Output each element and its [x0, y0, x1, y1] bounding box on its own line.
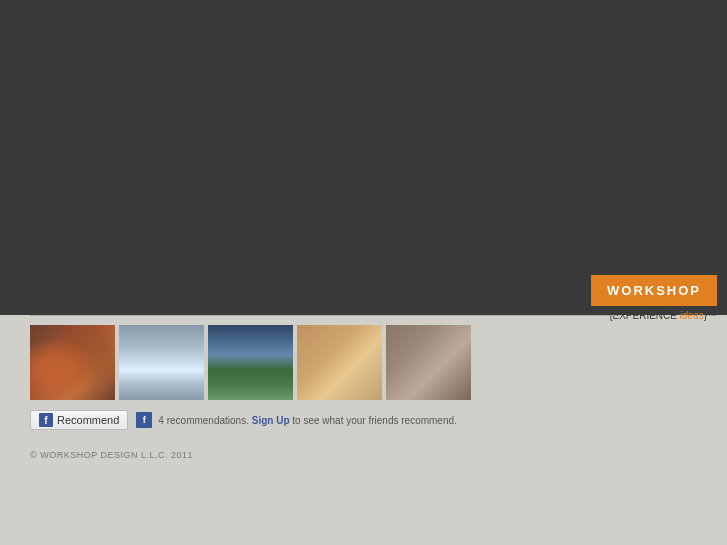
nav-feature[interactable]: FEATURE — [102, 285, 157, 297]
thumb-1-image — [30, 325, 115, 400]
tagline-brace-open: {EXPERIENCE — [609, 310, 680, 321]
thumb-3-image — [208, 325, 293, 400]
fb-count-text: 4 recommendations. Sign Up to see what y… — [158, 415, 456, 426]
fb-suffix: to see what your friends recommend. — [292, 415, 457, 426]
thumbnail-2[interactable] — [119, 325, 204, 400]
recommend-label: Recommend — [57, 414, 119, 426]
nav-divider — [30, 315, 617, 316]
fb-count-icon: f — [136, 412, 152, 428]
recommend-button[interactable]: f Recommend — [30, 410, 128, 430]
main-background: WORKSHOP {EXPERIENCE ideas}™ ABOUT FEATU… — [0, 0, 727, 545]
thumbnail-5[interactable] — [386, 325, 471, 400]
thumb-4-image — [297, 325, 382, 400]
thumb-5-image — [386, 325, 471, 400]
facebook-section: f Recommend f 4 recommendations. Sign Up… — [30, 410, 457, 430]
fb-count: 4 recommendations. — [158, 415, 249, 426]
tagline-ideas: ideas — [680, 310, 704, 321]
tagline: {EXPERIENCE ideas}™ — [609, 310, 717, 321]
copyright: © WORKSHOP DESIGN L.L.C. 2011 — [30, 450, 193, 460]
thumbnail-1[interactable] — [30, 325, 115, 400]
nav-portfolio[interactable]: PORTFOLIO — [186, 285, 255, 297]
fb-count-box: f 4 recommendations. Sign Up to see what… — [136, 412, 456, 428]
thumbnails-row — [30, 325, 471, 400]
nav-contact[interactable]: CONTACT — [285, 285, 341, 297]
facebook-icon: f — [39, 413, 53, 427]
nav-about[interactable]: ABOUT — [30, 285, 72, 297]
thumb-2-image — [119, 325, 204, 400]
fb-signup[interactable]: Sign Up — [252, 415, 290, 426]
navigation: ABOUT FEATURE PORTFOLIO CONTACT — [30, 285, 727, 297]
thumbnail-4[interactable] — [297, 325, 382, 400]
thumbnail-3[interactable] — [208, 325, 293, 400]
tagline-brace-close: }™ — [704, 310, 717, 321]
